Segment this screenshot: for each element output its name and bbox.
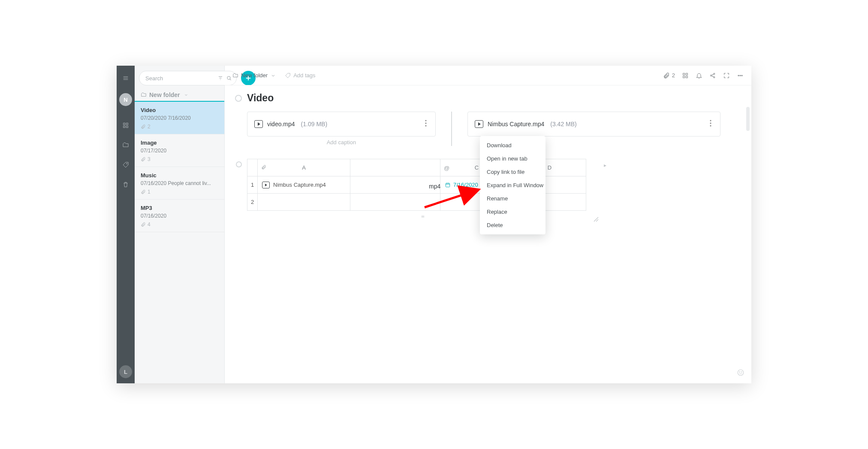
row-number: 2 <box>247 194 258 211</box>
note-item-music[interactable]: Music 07/16/2020 People cannot liv... 1 <box>135 167 224 200</box>
grid-icon <box>682 72 689 79</box>
ctx-copy-link[interactable]: Copy link to file <box>480 165 546 179</box>
ctx-replace[interactable]: Replace <box>480 205 546 218</box>
svg-point-13 <box>738 75 739 76</box>
chevron-down-icon <box>270 73 276 79</box>
table-cell[interactable] <box>258 194 350 211</box>
bell-icon <box>696 72 702 79</box>
topbar: New folder Add tags 2 <box>225 66 751 85</box>
table-col-a[interactable]: A <box>258 159 350 176</box>
add-column-handle[interactable]: ▸ <box>604 162 606 168</box>
search-input[interactable] <box>145 75 217 82</box>
app-window: N L <box>117 66 751 383</box>
tag-icon <box>285 73 291 79</box>
paperclip-icon <box>141 222 146 227</box>
attachment-size: (3.42 MB) <box>550 121 576 127</box>
svg-rect-22 <box>446 183 449 187</box>
title-indicator <box>235 95 242 102</box>
folder-icon[interactable] <box>121 140 130 150</box>
user-avatar[interactable]: L <box>119 365 132 378</box>
ctx-open-new-tab[interactable]: Open in new tab <box>480 152 546 165</box>
cell-date-value: 7/16/2020 <box>453 182 478 188</box>
svg-point-12 <box>714 76 715 78</box>
page-title[interactable]: Video <box>247 92 274 104</box>
ctx-download[interactable]: Download <box>480 139 546 152</box>
attachment-more-button[interactable] <box>423 118 428 130</box>
attachment-name: video.mp4 <box>267 121 295 127</box>
ctx-rename[interactable]: Rename <box>480 192 546 205</box>
sidebar-folder-header[interactable]: New folder <box>135 89 224 102</box>
paperclip-icon <box>141 124 146 129</box>
table-cell[interactable] <box>350 194 440 211</box>
ctx-expand-full[interactable]: Expand in Full Window <box>480 179 546 192</box>
note-item-mp3[interactable]: MP3 07/16/2020 4 <box>135 200 224 232</box>
folder-icon <box>141 92 147 98</box>
context-menu: Download Open in new tab Copy link to fi… <box>480 136 546 234</box>
reminder-button[interactable] <box>696 72 702 79</box>
svg-point-20 <box>710 122 711 124</box>
filter-icon[interactable] <box>217 75 223 81</box>
svg-point-26 <box>741 372 742 372</box>
note-subtitle: 07/16/2020 People cannot liv... <box>141 180 218 186</box>
paperclip-icon <box>141 157 146 162</box>
emoji-button[interactable] <box>737 369 744 378</box>
table-cell[interactable] <box>350 176 440 194</box>
note-item-video[interactable]: Video 07/20/2020 7/16/2020 2 <box>135 102 224 134</box>
left-rail: N L <box>117 66 135 383</box>
chevron-down-icon <box>184 92 189 97</box>
note-item-image[interactable]: Image 07/17/2020 3 <box>135 134 224 167</box>
main-area: New folder Add tags 2 <box>225 66 751 383</box>
attachment-card-2[interactable]: Nimbus Capture.mp4 (3.42 MB) <box>467 112 720 137</box>
apps-button[interactable] <box>682 72 689 79</box>
ctx-delete[interactable]: Delete <box>480 218 546 232</box>
note-attach-count: 4 <box>141 221 218 228</box>
svg-rect-8 <box>683 76 685 78</box>
video-file-icon <box>262 182 270 188</box>
note-list: Video 07/20/2020 7/16/2020 2 Image 07/17… <box>135 102 224 383</box>
share-button[interactable] <box>709 72 716 79</box>
fullscreen-button[interactable] <box>723 72 730 79</box>
data-table: A @ C D 1 Nim <box>247 159 599 220</box>
expand-icon <box>723 72 730 79</box>
svg-rect-0 <box>124 123 125 125</box>
video-file-icon <box>475 120 483 128</box>
calendar-icon <box>445 182 451 188</box>
paperclip-icon <box>141 189 146 194</box>
svg-rect-1 <box>126 123 128 125</box>
note-title: MP3 <box>141 205 218 211</box>
search-input-wrap[interactable] <box>139 71 237 85</box>
hamburger-icon[interactable] <box>121 73 130 83</box>
attachments-button[interactable]: 2 <box>663 72 675 79</box>
svg-rect-9 <box>686 76 687 78</box>
note-attach-count: 3 <box>141 156 218 162</box>
attachment-name: Nimbus Capture.mp4 <box>488 121 544 127</box>
attachment-caption[interactable]: Add caption <box>247 139 436 146</box>
table-resize-handle[interactable] <box>594 217 599 222</box>
svg-rect-2 <box>124 126 125 127</box>
workspace-avatar[interactable]: N <box>119 93 132 106</box>
note-attach-count: 1 <box>141 189 218 195</box>
table-cell-file[interactable]: Nimbus Capture.mp4 <box>258 182 350 188</box>
attachment-size: (1.09 MB) <box>301 121 327 127</box>
svg-rect-6 <box>683 73 685 75</box>
tag-icon[interactable] <box>121 160 130 170</box>
add-tags-label: Add tags <box>293 72 315 79</box>
more-button[interactable] <box>737 72 744 79</box>
add-row-handle[interactable] <box>247 211 599 220</box>
svg-point-16 <box>425 120 426 121</box>
trash-icon[interactable] <box>121 180 130 189</box>
note-title: Image <box>141 140 218 146</box>
attachment-card-1[interactable]: video.mp4 (1.09 MB) <box>247 112 436 137</box>
text-cursor <box>451 112 452 146</box>
folder-icon <box>232 73 238 79</box>
table-col-b[interactable] <box>350 159 440 176</box>
block-indicator <box>236 161 242 167</box>
apps-icon[interactable] <box>121 121 130 130</box>
breadcrumb[interactable]: New folder <box>232 72 276 79</box>
dots-icon <box>737 72 744 79</box>
add-tags-button[interactable]: Add tags <box>285 72 315 79</box>
attachment-more-button[interactable] <box>708 118 713 130</box>
topbar-actions: 2 <box>663 72 744 79</box>
row-number: 1 <box>247 176 258 194</box>
note-title: Music <box>141 172 218 179</box>
